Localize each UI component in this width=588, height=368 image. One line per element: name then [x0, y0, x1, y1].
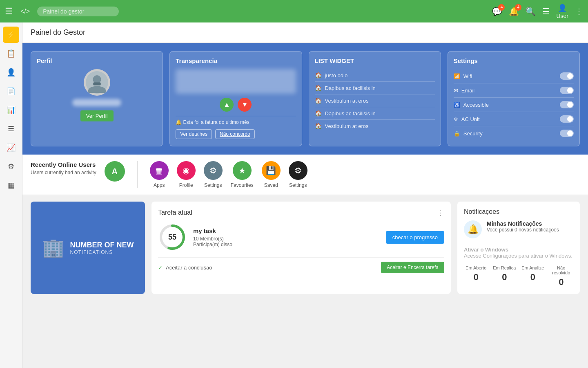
settings-toggle[interactable] [560, 87, 574, 94]
app-icon-label: Saved [264, 182, 278, 188]
app-icon-item[interactable]: ◉ Profile [177, 161, 196, 188]
user-button[interactable]: 👤 User [556, 4, 568, 19]
new-notifications-title: NUMBER OF NEW [70, 241, 134, 249]
profile-name-blur [72, 99, 121, 106]
app-icon-item[interactable]: ⚙ Settings [204, 161, 223, 188]
nao-concordo-button[interactable]: Não concordo [215, 129, 255, 139]
view-profile-button[interactable]: Ver Perfil [80, 110, 114, 121]
task-footer-text: Aceitar a conclusão [166, 265, 212, 271]
more-icon[interactable]: ⋮ [575, 7, 583, 16]
settings-widget: Settings 📶 Wifi ✉ Email ♿ Accessible ❄ A… [448, 51, 580, 146]
settings-row-icon: ❄ [454, 116, 458, 122]
settings-row-icon: 📶 [454, 73, 460, 79]
recently-online-info: Recently Online Users Users currently ha… [31, 161, 96, 175]
settings-toggle[interactable] [560, 72, 574, 80]
notifications-button[interactable]: 🔔 4 [509, 7, 519, 16]
settings-row-icon: 🔒 [454, 130, 460, 137]
profile-widget: Perfil Ver Perfil [31, 51, 163, 146]
topbar: ☰ </> Painel do gestor 💬 4 🔔 4 🔍 ☰ 👤 Use… [0, 0, 588, 22]
transparencia-bell-text: 🔔 Esta foi a fatura do ultimo mês. [176, 119, 296, 125]
sidebar-item-dashboard[interactable]: ⚡ [3, 27, 19, 43]
settings-toggle[interactable] [560, 130, 574, 137]
profile-avatar [84, 69, 110, 96]
ver-detalhes-button[interactable]: Ver detalhes [176, 129, 212, 139]
task-participated: Participa(m) disso [193, 242, 232, 247]
chat-button[interactable]: 💬 4 [492, 7, 502, 16]
accept-close-task-button[interactable]: Aceitar e Encerra tarefa [381, 262, 444, 273]
settings-row-left: ❄ AC Unit [454, 116, 480, 122]
sidebar-item-settings[interactable]: ⚙ [3, 158, 19, 175]
arrow-down-button[interactable]: ▼ [238, 98, 252, 112]
settings-toggle[interactable] [560, 115, 574, 123]
settings-row-label: Accessible [463, 102, 489, 108]
stat-box: Em Replica 0 [492, 265, 517, 287]
home-icon: 🏠 [315, 123, 322, 129]
sidebar-item-reports[interactable]: 📊 [3, 102, 19, 118]
settings-row-left: 📶 Wifi [454, 73, 472, 79]
notificacoes-item: 🔔 Minhas Notificações Você possui 0 nova… [464, 220, 573, 238]
sidebar-item-analytics[interactable]: 📈 [3, 139, 19, 156]
list-widget-item[interactable]: 🏠Dapibus ac facilisis in [315, 82, 435, 94]
check-progress-button[interactable]: checar o progresso [386, 231, 444, 244]
stat-box: Em Analize 0 [521, 265, 545, 287]
sidebar-item-list[interactable]: ☰ [3, 121, 19, 137]
app-icon-item[interactable]: ⚙ Settings [289, 161, 307, 188]
svg-point-1 [93, 75, 101, 83]
new-notifications-card: 🏢 NUMBER OF NEW NOTIFICATIONS [31, 202, 145, 294]
list-item-text: Dapibus ac facilisis in [325, 110, 376, 117]
svg-rect-2 [93, 83, 100, 85]
settings-row-icon: ♿ [454, 102, 460, 108]
stat-box: Em Aberto 0 [464, 265, 488, 287]
tarefa-footer: ✓ Aceitar a conclusão Aceitar e Encerra … [158, 257, 444, 273]
list-widget-item[interactable]: 🏠Vestibulum at eros [315, 120, 435, 132]
app-icon-circle: ▦ [150, 161, 169, 180]
home-icon: 🏠 [315, 85, 322, 91]
settings-row-left: ✉ Email [454, 88, 475, 94]
list-widget-title: LIST WIDGET [315, 57, 435, 64]
list-widget-item[interactable]: 🏠justo odio [315, 69, 435, 82]
settings-row-label: Security [463, 130, 483, 137]
content-area: Painel do Gestor Perfil Ver Perfil [22, 22, 588, 368]
arrow-up-button[interactable]: ▲ [220, 98, 234, 112]
app-icon-circle: ★ [233, 161, 252, 180]
progress-ring: 55 [158, 223, 187, 251]
progress-label: 55 [168, 233, 176, 242]
search-icon: 🔍 [526, 7, 536, 16]
sidebar-item-profile[interactable]: 👤 [3, 64, 19, 81]
tarefa-card: Tarefa atual ⋮ 55 my task 10 Membro(s) [151, 202, 451, 294]
list-widget-item[interactable]: 🏠Dapibus ac facilisis in [315, 107, 435, 120]
settings-widget-row: ❄ AC Unit [454, 112, 574, 126]
app-icon-label: Profile [179, 182, 193, 188]
tarefa-content: 55 my task 10 Membro(s) Participa(m) dis… [158, 223, 444, 251]
home-icon: 🏠 [315, 97, 322, 104]
settings-widget-row: ♿ Accessible [454, 98, 574, 112]
app-icon-item[interactable]: ▦ Apps [150, 161, 169, 188]
settings-toggle[interactable] [560, 101, 574, 108]
sidebar: ⚡ 📋 👤 📄 📊 ☰ 📈 ⚙ ▦ [0, 22, 22, 368]
tarefa-menu-icon[interactable]: ⋮ [437, 208, 444, 217]
search-bar[interactable]: Painel do gestor [37, 7, 119, 16]
transparencia-divider [176, 116, 296, 116]
transparencia-widget: Transparencia ▲ ▼ 🔔 Esta foi a fatura do… [169, 51, 302, 146]
list-widget-item[interactable]: 🏠Vestibulum at eros [315, 94, 435, 107]
settings-widget-row: 📶 Wifi [454, 69, 574, 83]
sidebar-item-tasks[interactable]: 📋 [3, 45, 19, 62]
search-button[interactable]: 🔍 [526, 7, 536, 16]
app-icon-item[interactable]: ★ Favourites [231, 161, 254, 188]
menu-icon[interactable]: ☰ [5, 6, 13, 17]
list-item-text: Vestibulum at eros [325, 123, 369, 129]
tarefa-header: Tarefa atual ⋮ [158, 208, 444, 217]
app-icon-label: Apps [154, 182, 165, 188]
task-info: my task 10 Membro(s) Participa(m) disso [193, 227, 232, 247]
app-icon-item[interactable]: 💾 Saved [262, 161, 281, 188]
list-item-text: Vestibulum at eros [325, 98, 369, 104]
bottom-section: 🏢 NUMBER OF NEW NOTIFICATIONS Tarefa atu… [22, 195, 588, 301]
sidebar-item-apps[interactable]: ▦ [3, 177, 19, 193]
stat-value: 0 [549, 277, 574, 287]
recently-online-section: Recently Online Users Users currently ha… [22, 155, 588, 195]
settings-row-left: ♿ Accessible [454, 102, 489, 108]
user-avatar-a[interactable]: A [105, 161, 125, 182]
recently-online-subtitle: Users currently had an activity [31, 170, 96, 175]
list-button[interactable]: ☰ [542, 7, 550, 16]
sidebar-item-documents[interactable]: 📄 [3, 83, 19, 99]
